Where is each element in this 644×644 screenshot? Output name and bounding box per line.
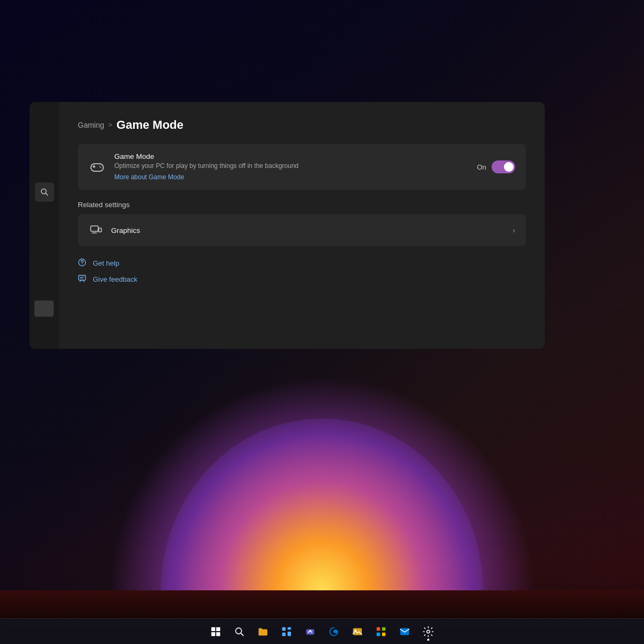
svg-rect-34: [400, 628, 409, 635]
sidebar-search-button[interactable]: [35, 182, 54, 202]
svg-rect-28: [353, 628, 362, 635]
store-button[interactable]: [371, 621, 391, 642]
svg-rect-32: [377, 632, 380, 635]
gear-icon: [422, 626, 434, 638]
toggle-on-label: On: [477, 163, 486, 171]
give-feedback-link[interactable]: Give feedback: [78, 274, 526, 284]
widgets-icon: [281, 626, 292, 638]
game-mode-toggle-area: On: [477, 160, 515, 173]
get-help-link[interactable]: Get help: [78, 258, 526, 268]
svg-line-1: [46, 194, 48, 196]
photos-button[interactable]: [347, 621, 368, 642]
svg-rect-33: [382, 632, 385, 635]
svg-rect-22: [282, 627, 286, 630]
svg-rect-9: [98, 228, 101, 232]
settings-window: Gaming > Game Mode Game Mode: [30, 102, 545, 349]
feedback-icon: [78, 274, 87, 284]
settings-button[interactable]: [418, 621, 438, 642]
svg-point-35: [427, 630, 430, 633]
svg-rect-17: [216, 627, 220, 631]
svg-point-12: [82, 264, 82, 264]
toggle-knob: [504, 162, 514, 172]
related-settings-label: Related settings: [78, 201, 526, 209]
wallpaper-sun-core: [161, 419, 483, 590]
breadcrumb-current: Game Mode: [116, 118, 184, 132]
windows-logo-icon: [210, 626, 222, 638]
search-button[interactable]: [229, 621, 250, 642]
svg-point-6: [100, 167, 101, 168]
svg-rect-16: [211, 627, 215, 631]
svg-rect-7: [91, 226, 98, 231]
graphics-card[interactable]: Graphics ›: [78, 214, 526, 246]
breadcrumb: Gaming > Game Mode: [78, 118, 526, 132]
edge-icon: [328, 626, 340, 638]
game-mode-link[interactable]: More about Game Mode: [114, 173, 184, 181]
breadcrumb-separator: >: [108, 121, 112, 129]
graphics-icon: [89, 223, 104, 238]
edge-button[interactable]: [324, 621, 344, 642]
teams-icon: [304, 626, 316, 638]
svg-rect-19: [216, 632, 220, 635]
game-mode-toggle[interactable]: [492, 160, 515, 173]
svg-rect-25: [288, 632, 291, 636]
search-icon: [233, 626, 245, 638]
game-mode-icon: [89, 158, 106, 175]
store-icon: [375, 626, 387, 638]
svg-rect-2: [91, 164, 103, 171]
svg-rect-30: [377, 627, 380, 630]
taskbar: [0, 618, 644, 644]
file-explorer-button[interactable]: [253, 621, 273, 642]
help-section: Get help Give feedback: [78, 258, 526, 284]
folder-icon: [257, 626, 269, 638]
svg-point-20: [236, 628, 241, 634]
graphics-label: Graphics: [111, 226, 505, 235]
game-mode-text: Game Mode Optimize your PC for play by t…: [114, 152, 469, 181]
gamepad-icon: [90, 159, 105, 174]
svg-line-21: [241, 633, 243, 635]
game-mode-title: Game Mode: [114, 152, 469, 160]
game-mode-card: Game Mode Optimize your PC for play by t…: [78, 144, 526, 190]
svg-rect-31: [382, 627, 385, 630]
main-content: Gaming > Game Mode Game Mode: [59, 102, 545, 306]
get-help-label: Get help: [93, 259, 119, 267]
svg-point-0: [41, 189, 46, 194]
breadcrumb-gaming[interactable]: Gaming: [78, 121, 104, 129]
give-feedback-label: Give feedback: [93, 275, 137, 283]
widgets-button[interactable]: [276, 621, 297, 642]
start-button[interactable]: [206, 621, 226, 642]
monitor-icon: [90, 224, 103, 237]
svg-rect-23: [288, 627, 291, 630]
photos-icon: [352, 626, 363, 638]
svg-point-5: [99, 166, 100, 167]
mail-button[interactable]: [394, 621, 415, 642]
search-icon: [40, 188, 49, 196]
svg-rect-13: [79, 275, 86, 280]
chevron-right-icon: ›: [513, 226, 515, 235]
sidebar-bottom-button[interactable]: [34, 301, 54, 317]
svg-rect-18: [211, 632, 215, 635]
sidebar: [30, 102, 59, 349]
svg-rect-24: [282, 632, 286, 635]
help-circle-icon: [78, 258, 87, 268]
mail-icon: [399, 626, 411, 638]
teams-button[interactable]: [300, 621, 320, 642]
game-mode-description: Optimize your PC for play by turning thi…: [114, 162, 469, 170]
